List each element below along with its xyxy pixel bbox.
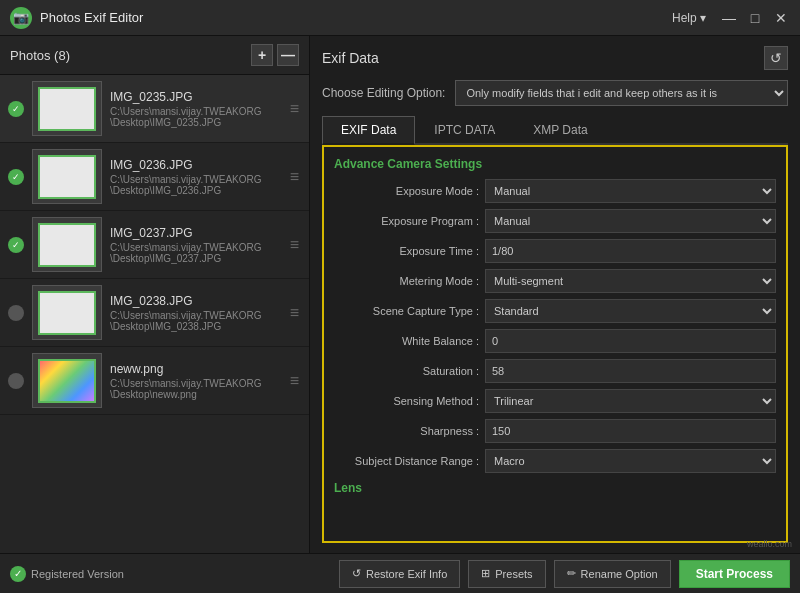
photo-checkbox[interactable]: ✓ xyxy=(8,237,24,253)
restore-label: Restore Exif Info xyxy=(366,568,447,580)
photo-path: C:\Users\mansi.vijay.TWEAKORG\Desktop\IM… xyxy=(110,310,280,332)
field-select[interactable]: StandardLandscapePortraitNight scene xyxy=(485,299,776,323)
field-select[interactable]: TrilinearOne-chip color areaTwo-chip col… xyxy=(485,389,776,413)
tab-xmp-data[interactable]: XMP Data xyxy=(514,116,606,145)
field-label: Scene Capture Type : xyxy=(334,305,479,317)
field-input[interactable] xyxy=(485,359,776,383)
presets-label: Presets xyxy=(495,568,532,580)
field-input[interactable] xyxy=(485,419,776,443)
photo-checkbox[interactable]: ✓ xyxy=(8,101,24,117)
photo-menu-icon[interactable]: ≡ xyxy=(288,236,301,254)
rename-option-button[interactable]: ✏ Rename Option xyxy=(554,560,671,588)
field-label: Subject Distance Range : xyxy=(334,455,479,467)
right-panel: Exif Data ↺ Choose Editing Option: Only … xyxy=(310,36,800,553)
refresh-button[interactable]: ↺ xyxy=(764,46,788,70)
photo-path: C:\Users\mansi.vijay.TWEAKORG\Desktop\IM… xyxy=(110,106,280,128)
start-process-button[interactable]: Start Process xyxy=(679,560,790,588)
photo-info: IMG_0236.JPG C:\Users\mansi.vijay.TWEAKO… xyxy=(110,158,280,196)
advance-camera-settings-title: Advance Camera Settings xyxy=(334,157,776,171)
app-icon: 📷 xyxy=(10,7,32,29)
fields-container: Exposure Mode :ManualAutoAuto bracketExp… xyxy=(334,179,776,473)
presets-icon: ⊞ xyxy=(481,567,490,580)
field-row: Metering Mode :Multi-segmentCenter-weigh… xyxy=(334,269,776,293)
maximize-button[interactable]: □ xyxy=(746,9,764,27)
field-row: Exposure Program :ManualNormalAperture p… xyxy=(334,209,776,233)
photo-name: neww.png xyxy=(110,362,280,376)
photo-name: IMG_0236.JPG xyxy=(110,158,280,172)
editing-option-row: Choose Editing Option: Only modify field… xyxy=(322,80,788,106)
photo-checkbox[interactable]: ✓ xyxy=(8,169,24,185)
field-row: Saturation : xyxy=(334,359,776,383)
field-label: Exposure Mode : xyxy=(334,185,479,197)
photo-menu-icon[interactable]: ≡ xyxy=(288,304,301,322)
field-input[interactable] xyxy=(485,329,776,353)
field-label: Metering Mode : xyxy=(334,275,479,287)
photos-controls: + — xyxy=(251,44,299,66)
field-label: Exposure Program : xyxy=(334,215,479,227)
field-row: Sharpness : xyxy=(334,419,776,443)
remove-photo-button[interactable]: — xyxy=(277,44,299,66)
field-select[interactable]: ManualNormalAperture priorityShutter pri… xyxy=(485,209,776,233)
field-select[interactable]: Multi-segmentCenter-weightedSpot xyxy=(485,269,776,293)
tab-iptc-data[interactable]: IPTC DATA xyxy=(415,116,514,145)
photo-name: IMG_0235.JPG xyxy=(110,90,280,104)
exif-title: Exif Data xyxy=(322,50,379,66)
photo-item[interactable]: ✓ IMG_0235.JPG C:\Users\mansi.vijay.TWEA… xyxy=(0,75,309,143)
editing-option-select[interactable]: Only modify fields that i edit and keep … xyxy=(455,80,788,106)
watermark: weallo.com xyxy=(747,539,792,549)
left-panel: Photos (8) + — ✓ IMG_0235.JPG C:\Users\m… xyxy=(0,36,310,553)
field-label: Exposure Time : xyxy=(334,245,479,257)
field-row: Exposure Time : xyxy=(334,239,776,263)
photo-item[interactable]: IMG_0238.JPG C:\Users\mansi.vijay.TWEAKO… xyxy=(0,279,309,347)
restore-exif-button[interactable]: ↺ Restore Exif Info xyxy=(339,560,460,588)
field-row: Exposure Mode :ManualAutoAuto bracket xyxy=(334,179,776,203)
close-button[interactable]: ✕ xyxy=(772,9,790,27)
field-row: Scene Capture Type :StandardLandscapePor… xyxy=(334,299,776,323)
titlebar: 📷 Photos Exif Editor Help ▾ — □ ✕ xyxy=(0,0,800,36)
photo-checkbox[interactable] xyxy=(8,305,24,321)
field-label: Sharpness : xyxy=(334,425,479,437)
photo-checkbox[interactable] xyxy=(8,373,24,389)
field-label: White Balance : xyxy=(334,335,479,347)
registered-badge: ✓ Registered Version xyxy=(10,566,124,582)
presets-button[interactable]: ⊞ Presets xyxy=(468,560,545,588)
photo-name: IMG_0237.JPG xyxy=(110,226,280,240)
lens-title: Lens xyxy=(334,481,776,495)
field-row: White Balance : xyxy=(334,329,776,353)
add-photo-button[interactable]: + xyxy=(251,44,273,66)
field-select[interactable]: MacroClose viewDistant view xyxy=(485,449,776,473)
photo-item[interactable]: ✓ IMG_0237.JPG C:\Users\mansi.vijay.TWEA… xyxy=(0,211,309,279)
window-controls: Help ▾ — □ ✕ xyxy=(666,9,790,27)
editing-option-label: Choose Editing Option: xyxy=(322,86,445,100)
photos-header: Photos (8) + — xyxy=(0,36,309,75)
photo-menu-icon[interactable]: ≡ xyxy=(288,372,301,390)
photo-item[interactable]: neww.png C:\Users\mansi.vijay.TWEAKORG\D… xyxy=(0,347,309,415)
photo-path: C:\Users\mansi.vijay.TWEAKORG\Desktop\IM… xyxy=(110,174,280,196)
minimize-button[interactable]: — xyxy=(720,9,738,27)
photo-info: neww.png C:\Users\mansi.vijay.TWEAKORG\D… xyxy=(110,362,280,400)
rename-label: Rename Option xyxy=(581,568,658,580)
start-label: Start Process xyxy=(696,567,773,581)
photo-name: IMG_0238.JPG xyxy=(110,294,280,308)
field-select[interactable]: ManualAutoAuto bracket xyxy=(485,179,776,203)
photo-menu-icon[interactable]: ≡ xyxy=(288,168,301,186)
tab-exif-data[interactable]: EXIF Data xyxy=(322,116,415,145)
photos-count-label: Photos (8) xyxy=(10,48,70,63)
main-area: Photos (8) + — ✓ IMG_0235.JPG C:\Users\m… xyxy=(0,36,800,553)
bottom-bar: ✓ Registered Version ↺ Restore Exif Info… xyxy=(0,553,800,593)
settings-box: Advance Camera Settings Exposure Mode :M… xyxy=(322,145,788,543)
photo-menu-icon[interactable]: ≡ xyxy=(288,100,301,118)
field-label: Saturation : xyxy=(334,365,479,377)
photo-info: IMG_0237.JPG C:\Users\mansi.vijay.TWEAKO… xyxy=(110,226,280,264)
photo-path: C:\Users\mansi.vijay.TWEAKORG\Desktop\ne… xyxy=(110,378,280,400)
pencil-icon: ✏ xyxy=(567,567,576,580)
photo-info: IMG_0235.JPG C:\Users\mansi.vijay.TWEAKO… xyxy=(110,90,280,128)
field-input[interactable] xyxy=(485,239,776,263)
field-label: Sensing Method : xyxy=(334,395,479,407)
app-title: Photos Exif Editor xyxy=(40,10,666,25)
photo-item[interactable]: ✓ IMG_0236.JPG C:\Users\mansi.vijay.TWEA… xyxy=(0,143,309,211)
field-row: Subject Distance Range :MacroClose viewD… xyxy=(334,449,776,473)
help-button[interactable]: Help ▾ xyxy=(666,9,712,27)
photo-path: C:\Users\mansi.vijay.TWEAKORG\Desktop\IM… xyxy=(110,242,280,264)
photo-list: ✓ IMG_0235.JPG C:\Users\mansi.vijay.TWEA… xyxy=(0,75,309,553)
